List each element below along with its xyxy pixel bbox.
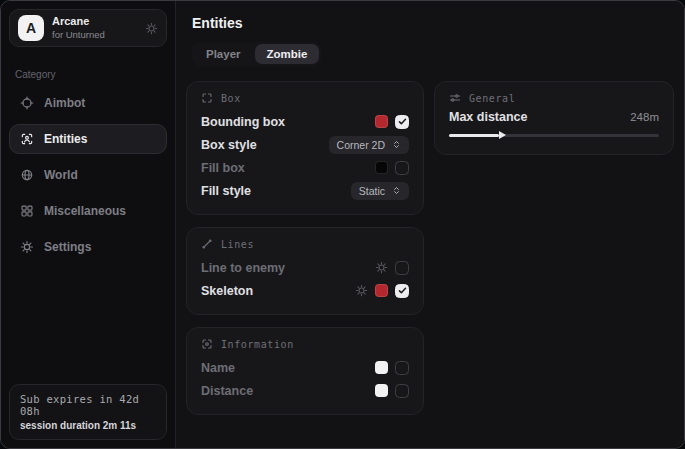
box-card-title: Box: [221, 93, 241, 104]
setting-label: Box style: [201, 138, 257, 152]
color-swatch[interactable]: [375, 284, 388, 297]
box-card: Box Bounding box Box style: [186, 81, 424, 215]
setting-label: Fill style: [201, 184, 251, 198]
lines-card-title: Lines: [221, 239, 254, 250]
lines-card-header: Lines: [201, 238, 409, 250]
entity-tabs: Player Zombie: [192, 42, 321, 66]
box-corners-icon: [201, 92, 213, 104]
general-card-title: General: [469, 93, 515, 104]
chevron-up-down-icon: [392, 186, 401, 195]
setting-label: Line to enemy: [201, 261, 285, 275]
sidebar-item-miscellaneous[interactable]: Miscellaneous: [9, 196, 167, 226]
color-swatch[interactable]: [375, 115, 388, 128]
box-style-dropdown[interactable]: Corner 2D: [329, 136, 409, 154]
sidebar-item-label: Aimbot: [44, 96, 85, 110]
scan-person-icon: [20, 132, 34, 146]
sidebar-item-label: Miscellaneous: [44, 204, 126, 218]
color-swatch[interactable]: [375, 161, 388, 174]
crosshair-icon: [20, 96, 34, 110]
setting-label: Distance: [201, 384, 253, 398]
check-icon: [398, 286, 407, 295]
setting-row-fill-style: Fill style Static: [201, 179, 409, 202]
setting-row-distance: Distance: [201, 379, 409, 402]
sliders-icon: [449, 92, 461, 104]
box-card-header: Box: [201, 92, 409, 104]
tab-player[interactable]: Player: [194, 44, 253, 64]
subscription-expiry: Sub expires in 42d 08h: [20, 393, 156, 417]
sidebar-item-entities[interactable]: Entities: [9, 124, 167, 154]
sidebar-item-settings[interactable]: Settings: [9, 232, 167, 262]
subscription-card: Sub expires in 42d 08h session duration …: [9, 384, 167, 440]
check-icon: [398, 117, 407, 126]
checkbox-checked[interactable]: [395, 284, 409, 298]
information-card-title: Information: [221, 339, 294, 350]
sidebar-nav: Aimbot Entities World: [1, 88, 175, 262]
checkbox-unchecked[interactable]: [395, 384, 409, 398]
grid-icon: [20, 204, 34, 218]
brand-card: A Arcane for Unturned: [9, 9, 167, 47]
gear-icon: [20, 240, 34, 254]
checkbox-checked[interactable]: [395, 115, 409, 129]
color-swatch[interactable]: [375, 361, 388, 374]
sidebar-item-label: Settings: [44, 240, 91, 254]
max-distance-value: 248m: [630, 111, 659, 123]
gear-icon[interactable]: [355, 284, 368, 297]
slider-fill-and-thumb[interactable]: [449, 134, 499, 137]
setting-row-bounding-box: Bounding box: [201, 110, 409, 133]
information-card: Information Name Distance: [186, 327, 424, 415]
left-column: Box Bounding box Box style: [186, 81, 424, 415]
checkbox-unchecked[interactable]: [395, 261, 409, 275]
brand-name: Arcane: [52, 15, 137, 29]
settings-content: Box Bounding box Box style: [186, 81, 674, 415]
checkbox-unchecked[interactable]: [395, 361, 409, 375]
setting-row-name: Name: [201, 356, 409, 379]
right-column: General Max distance 248m: [434, 81, 674, 155]
sidebar-item-aimbot[interactable]: Aimbot: [9, 88, 167, 118]
dropdown-value: Static: [359, 185, 385, 197]
dropdown-value: Corner 2D: [337, 139, 385, 151]
max-distance-slider[interactable]: [449, 128, 659, 142]
general-card: General Max distance 248m: [434, 81, 674, 155]
general-card-header: General: [449, 92, 659, 104]
diagonal-line-icon: [201, 238, 213, 250]
brand-text: Arcane for Unturned: [52, 15, 137, 41]
app-window: A Arcane for Unturned Category A: [0, 0, 685, 449]
setting-label: Skeleton: [201, 284, 253, 298]
checkbox-unchecked[interactable]: [395, 161, 409, 175]
setting-label: Max distance: [449, 110, 528, 124]
setting-row-skeleton: Skeleton: [201, 279, 409, 302]
sidebar-item-label: World: [44, 168, 78, 182]
setting-row-box-style: Box style Corner 2D: [201, 133, 409, 156]
brand-logo: A: [18, 15, 44, 41]
brand-subtitle: for Unturned: [52, 29, 137, 41]
sidebar-item-label: Entities: [44, 132, 87, 146]
fill-style-dropdown[interactable]: Static: [351, 182, 409, 200]
globe-icon: [20, 168, 34, 182]
color-swatch[interactable]: [375, 384, 388, 397]
main-panel: Entities Player Zombie Box: [176, 1, 685, 448]
sidebar-item-world[interactable]: World: [9, 160, 167, 190]
gear-icon[interactable]: [375, 261, 388, 274]
setting-row-line-to-enemy: Line to enemy: [201, 256, 409, 279]
session-duration: session duration 2m 11s: [20, 420, 156, 431]
setting-label: Name: [201, 361, 235, 375]
tab-zombie[interactable]: Zombie: [255, 44, 320, 64]
setting-label: Bounding box: [201, 115, 285, 129]
gear-icon[interactable]: [145, 22, 158, 35]
information-card-header: Information: [201, 338, 409, 350]
category-label: Category: [15, 69, 161, 80]
setting-label: Fill box: [201, 161, 245, 175]
lines-card: Lines Line to enemy: [186, 227, 424, 315]
focus-target-icon: [201, 338, 213, 350]
sidebar: A Arcane for Unturned Category A: [1, 1, 176, 448]
setting-row-max-distance: Max distance 248m: [449, 110, 659, 124]
chevron-up-down-icon: [392, 140, 401, 149]
page-title: Entities: [192, 15, 674, 31]
setting-row-fill-box: Fill box: [201, 156, 409, 179]
